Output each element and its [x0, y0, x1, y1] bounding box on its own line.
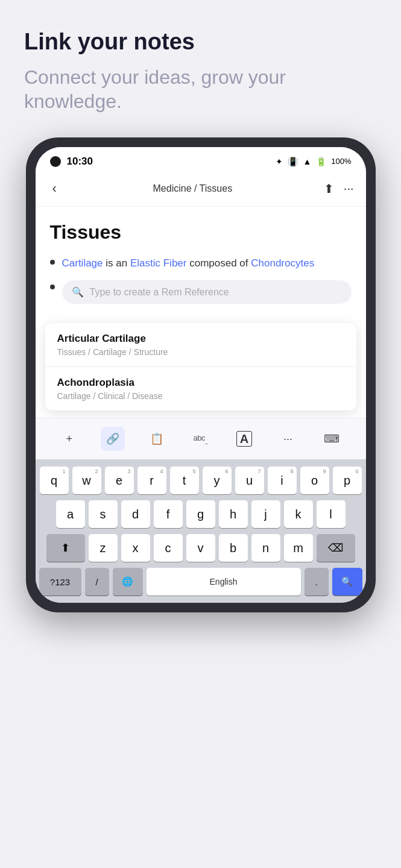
phone-outer: 10:30 ✦ 📳 ▲ 🔋 100% ‹ Medicine / Tissues …	[26, 137, 376, 613]
dropdown-item-1[interactable]: Articular Cartilage Tissues / Cartilage …	[45, 323, 356, 367]
copy-button[interactable]: 📋	[145, 427, 169, 451]
key-c[interactable]: c	[154, 534, 183, 562]
key-r[interactable]: 4 r	[137, 467, 166, 494]
status-time: 10:30	[67, 156, 93, 168]
key-j[interactable]: j	[251, 500, 280, 528]
key-e[interactable]: 3 e	[105, 467, 134, 494]
key-z[interactable]: z	[89, 534, 118, 562]
key-d[interactable]: d	[121, 500, 150, 528]
key-space[interactable]: English	[147, 568, 301, 596]
link-chondrocytes[interactable]: Chondrocytes	[251, 257, 314, 269]
note-content: Tissues Cartilage is an Elastic Fiber co…	[36, 207, 366, 324]
key-globe[interactable]: 🌐	[113, 568, 143, 596]
key-delete[interactable]: ⌫	[317, 534, 355, 562]
battery-percent: 100%	[331, 157, 351, 166]
search-key-icon: 🔍	[341, 576, 353, 587]
dropdown-item-1-title: Articular Cartilage	[57, 333, 344, 345]
more-button[interactable]: ···	[344, 181, 354, 195]
key-shift[interactable]: ⬆	[46, 534, 85, 562]
key-search[interactable]: 🔍	[332, 568, 362, 596]
delete-icon: ⌫	[328, 541, 343, 555]
key-q[interactable]: 1 q	[40, 467, 69, 494]
battery-icon: 🔋	[316, 157, 326, 166]
dropdown-item-2-path: Cartilage / Clinical / Disease	[57, 391, 344, 401]
key-o[interactable]: 9 o	[300, 467, 329, 494]
phone-mockup: 10:30 ✦ 📳 ▲ 🔋 100% ‹ Medicine / Tissues …	[26, 137, 376, 613]
slash-label: /	[95, 577, 98, 587]
bullet-dot-1	[50, 260, 55, 265]
shift-icon: ⬆	[61, 541, 70, 555]
editor-toolbar: + 🔗 📋 abc_ A ··· ⌨	[36, 418, 366, 459]
dropdown-item-2[interactable]: Achondroplasia Cartilage / Clinical / Di…	[45, 367, 356, 410]
keyboard-icon: ⌨	[324, 432, 339, 445]
phone-inner: 10:30 ✦ 📳 ▲ 🔋 100% ‹ Medicine / Tissues …	[36, 147, 366, 603]
bullet-item-2: 🔍 Type to create a Rem Reference	[50, 280, 352, 304]
key-p[interactable]: 0 p	[333, 467, 362, 494]
key-h[interactable]: h	[219, 500, 248, 528]
nav-bar: ‹ Medicine / Tissues ⬆ ···	[36, 174, 366, 207]
text-is-an: is an	[106, 257, 130, 269]
font-icon: A	[236, 431, 252, 447]
link-cartilage[interactable]: Cartilage	[62, 257, 103, 269]
space-label: English	[210, 577, 238, 587]
key-b[interactable]: b	[219, 534, 248, 562]
bullet-item-1: Cartilage is an Elastic Fiber composed o…	[50, 256, 352, 271]
key-u[interactable]: 7 u	[235, 467, 264, 494]
copy-icon: 📋	[150, 432, 163, 445]
key-n[interactable]: n	[251, 534, 280, 562]
main-headline: Link your notes	[24, 29, 377, 55]
on-screen-keyboard: 1 q 2 w 3 e 4 r	[36, 459, 366, 603]
abc-label: abc_	[193, 433, 207, 444]
bluetooth-icon: ✦	[276, 157, 283, 166]
signal-icon: ▲	[303, 157, 311, 166]
dropdown-item-1-path: Tissues / Cartilage / Structure	[57, 347, 344, 357]
key-period[interactable]: .	[305, 568, 329, 596]
add-button[interactable]: +	[57, 427, 81, 451]
abc-button[interactable]: abc_	[188, 427, 212, 451]
nav-actions: ⬆ ···	[324, 181, 354, 196]
key-l[interactable]: l	[317, 500, 346, 528]
main-subheadline: Connect your ideas, grow your knowledge.	[24, 65, 377, 113]
globe-icon: 🌐	[122, 576, 133, 587]
keyboard-row-3: ⬆ z x c v b	[39, 534, 362, 562]
share-button[interactable]: ⬆	[324, 181, 334, 196]
back-button[interactable]: ‹	[48, 178, 62, 199]
top-section: Link your notes Connect your ideas, grow…	[0, 0, 401, 137]
numbers-label: ?123	[50, 577, 70, 587]
key-t[interactable]: 5 t	[170, 467, 199, 494]
status-right: ✦ 📳 ▲ 🔋 100%	[276, 157, 351, 166]
key-numbers[interactable]: ?123	[39, 568, 81, 596]
rem-reference-search[interactable]: 🔍 Type to create a Rem Reference	[62, 280, 352, 304]
key-x[interactable]: x	[121, 534, 150, 562]
more-icon: ···	[283, 433, 292, 445]
keyboard-row-2: a s d f g h	[39, 500, 362, 528]
period-label: .	[315, 577, 317, 587]
note-title: Tissues	[50, 221, 352, 244]
key-g[interactable]: g	[186, 500, 215, 528]
more-toolbar-button[interactable]: ···	[276, 427, 300, 451]
key-slash[interactable]: /	[85, 568, 109, 596]
search-icon: 🔍	[72, 286, 84, 298]
text-composed: composed of	[189, 257, 251, 269]
link-button[interactable]: 🔗	[101, 427, 125, 451]
bullet-text-1: Cartilage is an Elastic Fiber composed o…	[62, 256, 315, 271]
camera-dot	[50, 156, 61, 167]
key-y[interactable]: 6 y	[203, 467, 232, 494]
keyboard-button[interactable]: ⌨	[320, 427, 344, 451]
link-elastic-fiber[interactable]: Elastic Fiber	[130, 257, 187, 269]
font-button[interactable]: A	[232, 427, 256, 451]
key-f[interactable]: f	[154, 500, 183, 528]
dropdown-item-2-title: Achondroplasia	[57, 377, 344, 389]
key-a[interactable]: a	[56, 500, 85, 528]
key-i[interactable]: 8 i	[268, 467, 297, 494]
status-bar: 10:30 ✦ 📳 ▲ 🔋 100%	[36, 147, 366, 174]
key-s[interactable]: s	[89, 500, 118, 528]
bullet-dot-2	[50, 285, 55, 289]
key-v[interactable]: v	[186, 534, 215, 562]
dropdown-suggestions: Articular Cartilage Tissues / Cartilage …	[45, 323, 356, 410]
key-k[interactable]: k	[284, 500, 313, 528]
search-placeholder-text: Type to create a Rem Reference	[90, 287, 229, 298]
key-m[interactable]: m	[284, 534, 313, 562]
status-left: 10:30	[50, 156, 93, 168]
key-w[interactable]: 2 w	[72, 467, 101, 494]
